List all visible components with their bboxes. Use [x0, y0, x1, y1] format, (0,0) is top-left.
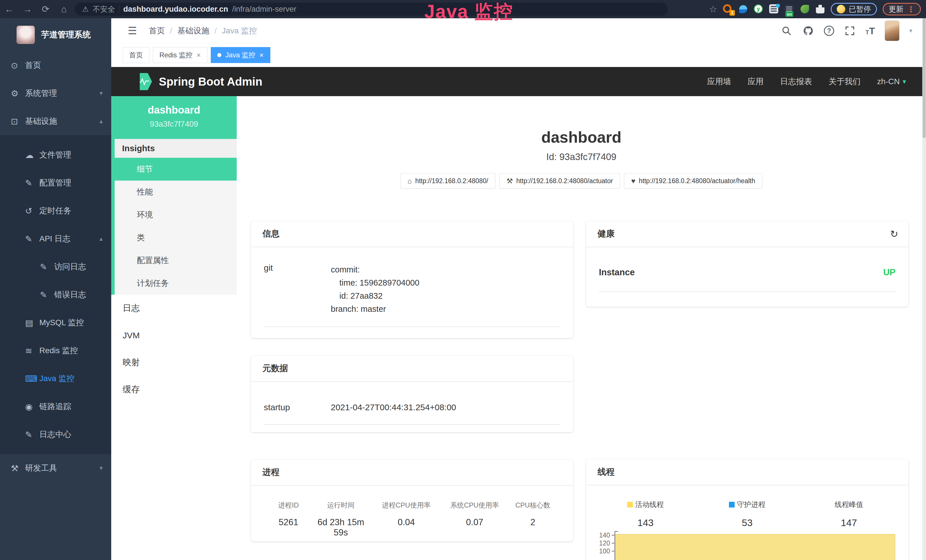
app-brand[interactable]: 芋道管理系统	[0, 18, 111, 51]
sba-menu-mappings[interactable]: 映射	[111, 349, 237, 376]
extension-badge: 1	[729, 10, 735, 16]
instance-id-line: Id: 93a3fc7f7409	[237, 151, 926, 162]
browser-menu-icon[interactable]: ⋮	[907, 5, 915, 14]
app-title: 芋道管理系统	[41, 29, 91, 41]
tab-redis-monitor[interactable]: Redis 监控 ×	[153, 47, 207, 63]
sba-body: dashboard 93a3fc7f7409 Insights 细节 性能 环境…	[111, 96, 926, 560]
wrench-icon: ⚒	[507, 177, 513, 185]
dashboard-icon: ⊙	[11, 61, 25, 70]
breadcrumb-infrastructure[interactable]: 基础设施	[177, 26, 209, 36]
user-menu-caret-icon[interactable]: ▾	[909, 27, 912, 35]
close-icon[interactable]: ×	[260, 51, 264, 60]
sidebar-item-redis-monitor[interactable]: ≋ Redis 监控	[0, 337, 111, 365]
extension-icon-y[interactable]: y	[754, 4, 763, 14]
health-url-button[interactable]: ♥ http://192.168.0.2:48080/actuator/heal…	[624, 173, 762, 189]
extension-icon-grid[interactable]	[769, 4, 779, 14]
sidebar-item-java-monitor[interactable]: ⌨ Java 监控	[0, 365, 111, 392]
user-avatar[interactable]	[885, 21, 899, 41]
service-url-button[interactable]: ⌂ http://192.168.0.2:48080/	[400, 173, 495, 189]
chevron-down-icon: ▾	[903, 77, 906, 86]
extension-icon-refresh[interactable]: 1	[723, 4, 732, 14]
database-icon: ▤	[25, 318, 39, 328]
git-commit-line: commit:	[331, 263, 419, 276]
sidebar-item-dev-tools[interactable]: ⚒ 研发工具 ▾	[0, 454, 111, 482]
sba-menu-jvm[interactable]: JVM	[111, 322, 237, 349]
sidebar-item-infrastructure[interactable]: ⊡ 基础设施 ▴	[0, 107, 111, 135]
sba-nav-journal[interactable]: 日志报表	[780, 76, 812, 87]
help-icon[interactable]: ?	[824, 26, 834, 36]
bookmark-star-icon[interactable]: ☆	[709, 4, 717, 15]
y-tick-140: 140	[599, 531, 610, 539]
search-icon[interactable]	[781, 25, 793, 37]
fullscreen-icon[interactable]	[844, 25, 856, 37]
security-label[interactable]: 不安全	[93, 4, 115, 14]
browser-update-button[interactable]: 更新 ⋮	[883, 3, 921, 15]
cards-right-column: 健康 ↺ Instance UP 线程	[586, 221, 908, 560]
daemon-threads-legend-swatch	[729, 502, 735, 507]
page-scrollbar[interactable]	[922, 18, 926, 560]
sidebar-item-config-mgmt[interactable]: ✎ 配置管理	[0, 169, 111, 197]
sba-menu-logs[interactable]: 日志	[111, 295, 237, 322]
tab-home[interactable]: 首页	[123, 47, 150, 63]
sidebar-item-error-logs[interactable]: ✎ 错误日志	[0, 281, 111, 309]
sba-menu-details[interactable]: 细节	[111, 158, 237, 180]
breadcrumb-home[interactable]: 首页	[149, 26, 165, 36]
extension-icon-list-on[interactable]: on	[785, 4, 794, 14]
process-table-values: 5261 6d 23h 15m 59s 0.04 0.07 2	[267, 517, 558, 538]
extension-icon-pin[interactable]	[738, 4, 748, 14]
browser-forward-icon[interactable]: →	[18, 4, 36, 15]
tab-java-monitor[interactable]: Java 监控 ×	[211, 47, 270, 63]
font-size-icon[interactable]: TT	[865, 26, 875, 36]
sidebar-item-file-mgmt[interactable]: ☁ 文件管理	[0, 141, 111, 169]
sba-menu-caches[interactable]: 缓存	[111, 376, 237, 403]
address-bar[interactable]: ⚠ 不安全 dashboard.yudao.iocoder.cn /infra/…	[75, 3, 668, 16]
status-badge: UP	[883, 267, 896, 278]
instance-title: dashboard	[237, 128, 926, 146]
sba-menu-environment[interactable]: 环境	[115, 203, 237, 226]
sba-nav-wallboard[interactable]: 应用墙	[707, 76, 731, 87]
peak-threads-value: 147	[798, 517, 900, 528]
chevron-down-icon: ▾	[100, 89, 103, 97]
instance-links: ⌂ http://192.168.0.2:48080/ ⚒ http://192…	[237, 173, 926, 189]
extensions-puzzle-icon[interactable]	[816, 4, 825, 14]
sidebar-item-home[interactable]: ⊙ 首页	[0, 51, 111, 79]
browser-home-icon[interactable]: ⌂	[55, 4, 73, 15]
history-icon[interactable]: ↺	[890, 228, 898, 240]
eye-icon: ◉	[25, 402, 39, 412]
github-icon[interactable]	[802, 25, 814, 37]
sba-brand-title[interactable]: Spring Boot Admin	[159, 75, 262, 88]
actuator-url-button[interactable]: ⚒ http://192.168.0.2:48080/actuator	[499, 173, 620, 189]
profile-paused-pill[interactable]: 已暂停	[831, 3, 877, 15]
browser-back-icon[interactable]: ←	[0, 4, 18, 15]
sba-menu-scheduled-tasks[interactable]: 计划任务	[115, 272, 237, 295]
cards-left-column: 信息 git commit: time: 1596289704000 id: 2…	[251, 221, 573, 542]
sidebar-collapse-icon[interactable]: ☰	[128, 25, 137, 37]
sba-locale-select[interactable]: zh-CN ▾	[877, 77, 906, 86]
sba-nav-applications[interactable]: 应用	[748, 76, 764, 87]
chevron-up-icon: ▴	[100, 118, 103, 125]
info-card: 信息 git commit: time: 1596289704000 id: 2…	[251, 221, 573, 338]
sba-nav-about[interactable]: 关于我们	[829, 76, 861, 87]
extension-icon-leaf[interactable]	[800, 4, 809, 14]
url-path: /infra/admin-server	[232, 5, 296, 14]
sidebar-item-tracing[interactable]: ◉ 链路追踪	[0, 392, 111, 421]
breadcrumb: 首页 / 基础设施 / Java 监控	[149, 26, 257, 36]
sidebar-item-system-mgmt[interactable]: ⚙ 系统管理 ▾	[0, 79, 111, 107]
omnibox-divider	[119, 5, 119, 13]
tagview-tabs: 首页 Redis 监控 × Java 监控 ×	[111, 43, 926, 67]
browser-reload-icon[interactable]: ⟳	[36, 4, 55, 15]
sba-menu-config-props[interactable]: 配置属性	[115, 249, 237, 272]
sidebar-item-mysql-monitor[interactable]: ▤ MySQL 监控	[0, 309, 111, 337]
spring-boot-admin-logo[interactable]	[135, 73, 152, 91]
sba-menu-classes[interactable]: 类	[115, 226, 237, 249]
sidebar-item-log-center[interactable]: ✎ 日志中心	[0, 421, 111, 448]
metadata-card: 元数据 startup 2021-04-27T00:44:31.254+08:0…	[251, 356, 573, 432]
close-icon[interactable]: ×	[197, 51, 201, 60]
sidebar-item-access-logs[interactable]: ✎ 访问日志	[0, 253, 111, 281]
sidebar-item-api-logs[interactable]: ✎ API 日志 ▴	[0, 225, 111, 253]
threads-stats: 活动线程 143 守护进程 53	[595, 500, 900, 528]
sba-instance-header[interactable]: dashboard 93a3fc7f7409	[111, 96, 237, 139]
sidebar-item-cron-jobs[interactable]: ↺ 定时任务	[0, 197, 111, 225]
scrollbar-thumb[interactable]	[923, 18, 926, 138]
sba-menu-metrics[interactable]: 性能	[115, 180, 237, 203]
